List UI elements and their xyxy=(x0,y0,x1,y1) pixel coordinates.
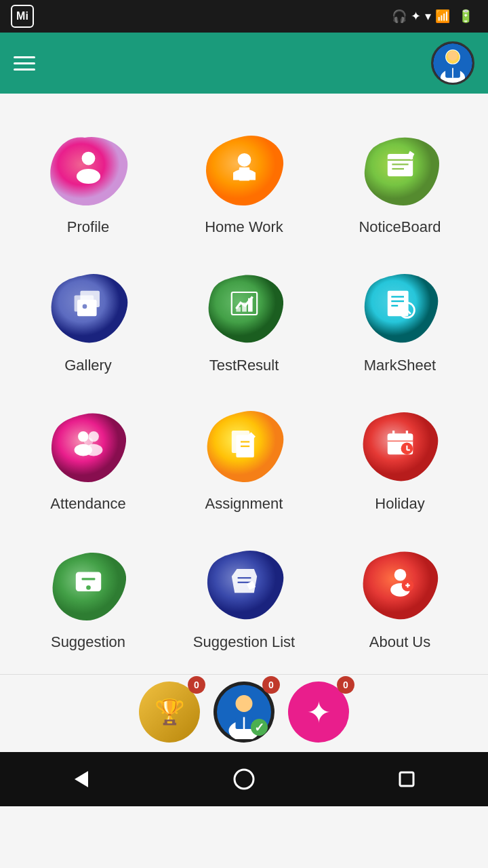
assignment-label: Assignment xyxy=(205,495,283,513)
profile-icon xyxy=(70,146,107,191)
svg-rect-41 xyxy=(387,433,412,441)
grid-item-profile[interactable]: Profile xyxy=(14,114,163,245)
grid-item-testresult[interactable]: TestResult xyxy=(169,252,319,384)
home-button[interactable] xyxy=(224,759,264,800)
grid-item-aboutus[interactable]: About Us xyxy=(325,529,474,660)
gallery-icon xyxy=(70,285,107,329)
noticeboard-label: NoticeBoard xyxy=(359,218,441,236)
bluetooth-icon: ✦ xyxy=(411,9,421,24)
svg-rect-22 xyxy=(236,307,241,312)
back-button[interactable] xyxy=(61,759,102,800)
action-badge: 0 xyxy=(337,676,354,694)
gallery-icon-container xyxy=(44,266,132,347)
suggestionlist-icon xyxy=(226,561,263,606)
headphone-icon: 🎧 xyxy=(392,9,407,24)
suggestion-label: Suggestion xyxy=(51,633,125,651)
svg-rect-67 xyxy=(400,772,413,786)
status-right: 🎧 ✦ ▾ 📶 🔋 xyxy=(392,9,477,24)
svg-rect-9 xyxy=(81,171,96,180)
svg-point-35 xyxy=(83,437,92,446)
status-bar: Mi 🎧 ✦ ▾ 📶 🔋 xyxy=(0,0,488,33)
marksheet-icon-container xyxy=(356,266,444,347)
grid-item-assignment[interactable]: Assignment xyxy=(169,391,319,522)
attendance-icon-container xyxy=(44,404,132,486)
svg-rect-19 xyxy=(77,300,97,316)
aboutus-label: About Us xyxy=(369,633,431,651)
profile-label: Profile xyxy=(67,218,109,236)
assignment-icon xyxy=(226,423,263,467)
top-bar xyxy=(0,33,488,94)
svg-marker-65 xyxy=(75,771,88,787)
signal-icon: 📶 xyxy=(435,9,450,24)
svg-point-4 xyxy=(448,51,458,61)
svg-point-20 xyxy=(82,304,87,309)
testresult-icon-container xyxy=(200,266,288,347)
assignment-icon-container xyxy=(200,404,288,486)
svg-rect-24 xyxy=(248,298,253,311)
svg-point-50 xyxy=(86,585,91,590)
grid-item-suggestionlist[interactable]: Suggestion List xyxy=(169,529,319,660)
action-tab[interactable]: 0 ✦ xyxy=(288,682,349,743)
homework-label: Home Work xyxy=(205,218,283,236)
profile-badge: 0 xyxy=(262,676,280,694)
aboutus-icon xyxy=(382,561,419,606)
grid-item-gallery[interactable]: Gallery xyxy=(14,252,163,384)
svg-point-59 xyxy=(236,695,253,712)
marksheet-icon xyxy=(382,285,419,329)
svg-rect-11 xyxy=(239,167,249,180)
suggestion-icon-container xyxy=(44,542,132,624)
svg-point-53 xyxy=(394,569,406,581)
main-grid: Profile Home Work xyxy=(0,94,488,674)
hamburger-menu[interactable] xyxy=(14,56,35,71)
grid-item-suggestion[interactable]: Suggestion xyxy=(14,529,163,660)
svg-rect-23 xyxy=(242,302,247,311)
user-avatar[interactable] xyxy=(431,41,474,85)
testresult-icon xyxy=(226,285,263,329)
holiday-label: Holiday xyxy=(375,495,424,513)
svg-point-7 xyxy=(81,151,95,165)
gallery-label: Gallery xyxy=(64,357,112,374)
holiday-icon-container xyxy=(356,404,444,486)
bottom-tabs: 0 🏆 0 ✓ 0 ✦ xyxy=(0,674,488,752)
wifi-icon: ▾ xyxy=(425,9,431,24)
mi-logo: Mi xyxy=(11,5,34,28)
noticeboard-icon-container xyxy=(356,127,444,209)
battery-icon: 🔋 xyxy=(458,9,473,24)
grid-item-homework[interactable]: Home Work xyxy=(169,114,319,245)
noticeboard-icon xyxy=(382,146,419,191)
suggestionlist-label: Suggestion List xyxy=(193,633,295,651)
holiday-icon xyxy=(382,423,419,467)
svg-rect-49 xyxy=(81,578,95,580)
svg-point-10 xyxy=(237,153,251,166)
attendance-label: Attendance xyxy=(50,495,125,513)
suggestion-icon xyxy=(70,561,107,606)
system-nav xyxy=(0,752,488,806)
svg-text:✓: ✓ xyxy=(254,721,264,734)
grid-item-noticeboard[interactable]: NoticeBoard xyxy=(325,114,474,245)
profile-icon-container xyxy=(44,127,132,209)
grid-item-holiday[interactable]: Holiday xyxy=(325,391,474,522)
testresult-label: TestResult xyxy=(209,357,279,374)
marksheet-label: MarkSheet xyxy=(364,357,436,374)
recents-button[interactable] xyxy=(386,759,427,800)
grid-item-attendance[interactable]: Attendance xyxy=(14,391,163,522)
homework-icon xyxy=(226,146,263,191)
suggestionlist-icon-container xyxy=(200,542,288,624)
grid-item-marksheet[interactable]: MarkSheet xyxy=(325,252,474,384)
profile-tab[interactable]: 0 ✓ xyxy=(214,682,274,743)
attendance-icon xyxy=(70,423,107,467)
aboutus-icon-container xyxy=(356,542,444,624)
trophy-badge: 0 xyxy=(188,676,205,694)
trophy-tab[interactable]: 0 🏆 xyxy=(139,682,200,743)
homework-icon-container xyxy=(200,127,288,209)
svg-point-66 xyxy=(235,770,253,789)
